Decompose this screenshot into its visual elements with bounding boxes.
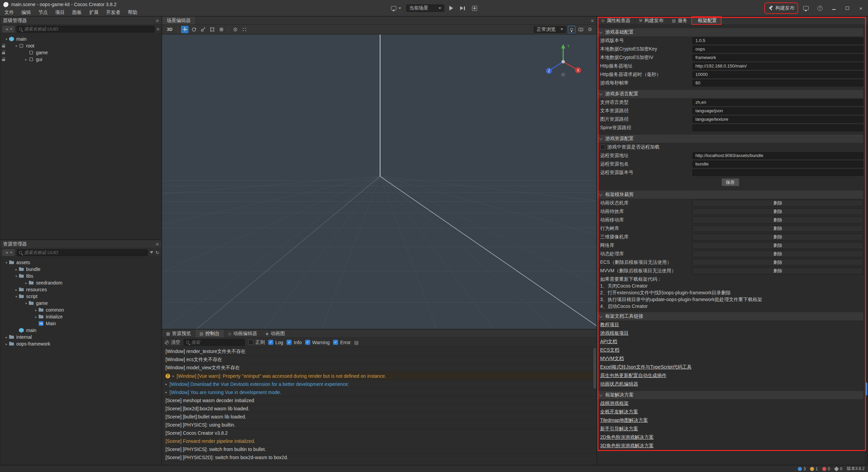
rotate-tool-button[interactable] [190,26,198,33]
asset-node[interactable]: ▸ oops-framework [0,340,161,347]
menu-item[interactable]: 项目 [52,9,68,16]
log-filter-checkbox[interactable]: ✓ Error [333,340,351,345]
status-badge[interactable]: 0 [822,467,830,471]
console-log-row[interactable]: ! ▸ [Window] ecs文件夹不存在 [162,356,596,364]
delete-module-button[interactable]: 删除 [692,234,863,240]
asset-node[interactable]: ▾ script [0,293,161,300]
help-button[interactable]: ? [815,5,825,12]
panel-menu-icon[interactable]: ≡ [156,242,159,247]
build-publish-button[interactable]: 构建发布 [766,4,796,12]
window-minimize-button[interactable] [829,4,838,12]
asset-node[interactable]: ▸ resources [0,286,161,293]
doc-link[interactable]: 游戏模板项目 [600,330,629,336]
hierarchy-search[interactable] [17,26,155,33]
status-badge[interactable]: 1 [810,467,818,471]
asset-node[interactable]: ▾ game [0,300,161,307]
asset-node[interactable]: ▸ common [0,307,161,313]
preview-device-button[interactable] [801,5,811,11]
pivot-toggle-button[interactable] [232,26,239,33]
asset-node[interactable]: ▸ internal [0,334,161,340]
console-log-row[interactable]: ! ▸ [Scene] [PHYSICS]: switch from built… [162,445,596,453]
field-input[interactable] [692,152,863,159]
status-badge[interactable]: 0 [834,467,842,471]
expand-arrow-icon[interactable]: ▸ [165,390,167,394]
hierarchy-node[interactable]: ▾ main [0,36,161,42]
field-input[interactable] [692,116,863,123]
field-input[interactable] [692,80,863,86]
doc-link[interactable]: 动画状态机编辑器 [600,381,638,387]
doc-link[interactable]: API文档 [600,339,617,345]
console-log-row[interactable]: ! ▸ [Scene] [bullet]:bullet wasm lib loa… [162,413,596,421]
log-filter-checkbox[interactable]: ✓ Info [287,340,301,345]
field-input[interactable] [692,107,863,114]
section-header-modules[interactable]: 框架模块裁剪 [597,191,863,199]
console-clear-button[interactable]: 清空 [165,339,180,346]
section-header-resource[interactable]: 游戏资源配置 [597,135,863,143]
expand-arrow-icon[interactable]: ▸ [173,374,174,378]
window-close-button[interactable]: × [856,4,865,12]
menu-item[interactable]: 文件 [1,9,18,16]
scene-select[interactable]: 当前场景 [406,4,444,12]
console-tab[interactable]: ◇ 动画编辑器 [224,330,261,337]
asset-node[interactable]: ▸ seedrandom [0,279,161,286]
status-badge[interactable]: 3 [798,467,806,471]
expand-arrow-icon[interactable]: ▸ [4,342,9,346]
hierarchy-node[interactable]: ▾ root [0,42,161,49]
section-header-basic[interactable]: 游戏基础配置 [597,28,863,36]
dimension-toggle-button[interactable]: 3D [165,26,175,33]
field-input[interactable] [692,124,863,131]
section-header-docs[interactable]: 框架文档工具链接 [597,312,863,320]
play-button[interactable] [447,5,455,12]
expand-arrow-icon[interactable]: ▸ [165,382,167,386]
expand-arrow-icon[interactable]: ▾ [4,37,9,41]
window-maximize-button[interactable] [843,4,852,12]
filter-icon[interactable] [150,251,153,254]
field-input[interactable] [692,54,863,61]
refresh-icon[interactable]: ↻ [155,250,159,255]
inspector-scrollbar-thumb[interactable] [865,382,867,395]
console-log-row[interactable]: ! ▸ [Window] render_texture文件夹不存在 [162,348,596,356]
axis-gizmo[interactable]: X Z Y [543,42,584,78]
console-tab[interactable]: ◈ 动画图 [261,330,289,337]
delete-module-button[interactable]: 删除 [692,208,863,215]
inspector-tab[interactable]: ⚒ 构建发布 [635,17,668,24]
expand-arrow-icon[interactable]: ▸ [24,281,28,285]
assets-search[interactable] [17,249,148,256]
console-log-row[interactable]: ! ▸ [Window] model_view文件夹不存在 [162,364,596,372]
doc-link[interactable]: Excel格式转Json文件与TypeScript代码工具 [600,364,692,370]
field-input[interactable] [692,71,863,78]
hierarchy-node[interactable]: ▸ gui [0,56,161,63]
solution-link[interactable]: 3D角色扮演游戏解决方案 [600,443,654,449]
inspector-tab[interactable]: ▤ 服务 [668,17,692,24]
view-mode-select[interactable]: 正常浏览 [534,26,566,33]
remote-load-checkbox[interactable]: ✓ 游戏中资源是否远程加载 [600,144,659,150]
doc-link[interactable]: 原生包热更新配置自动生成插件 [600,373,667,379]
scene-settings-button[interactable]: ⚙ [586,26,594,33]
doc-link[interactable]: ECS文档 [600,347,619,353]
doc-link[interactable]: MVVM文档 [600,356,624,362]
console-log-row[interactable]: ! ▸ [Scene] [PHYSICS]: using builtin. [162,421,596,429]
expand-arrow-icon[interactable]: ▾ [4,261,9,264]
log-filter-checkbox[interactable]: ✓ Warning [305,340,330,345]
panel-menu-icon[interactable]: ≡ [156,18,159,23]
field-input[interactable] [692,37,863,44]
expand-arrow-icon[interactable]: ▾ [14,44,19,48]
asset-node[interactable]: Main [0,320,161,327]
create-node-button[interactable]: ＋ [2,26,15,33]
asset-node[interactable]: ▾ assets [0,259,161,266]
delete-module-button[interactable]: 删除 [692,225,863,232]
expand-arrow-icon[interactable]: ▾ [14,274,19,278]
console-tab[interactable]: ▦ 资源预览 [162,330,195,337]
doc-link[interactable]: 教程项目 [600,322,619,328]
expand-arrow-icon[interactable]: ▸ [34,308,38,312]
save-button[interactable]: 保存 [722,178,739,186]
delete-module-button[interactable]: 删除 [692,268,863,274]
assets-search-input[interactable] [24,250,145,255]
section-header-language[interactable]: 游戏多语言配置 [597,90,863,98]
solution-link[interactable]: Tiledmap地图解决方案 [600,417,648,424]
field-input[interactable] [692,46,863,53]
menu-item[interactable]: 编辑 [18,9,35,16]
menu-item[interactable]: 开发者 [102,9,124,16]
field-input[interactable] [692,161,863,168]
expand-arrow-icon[interactable]: ▾ [14,295,19,298]
